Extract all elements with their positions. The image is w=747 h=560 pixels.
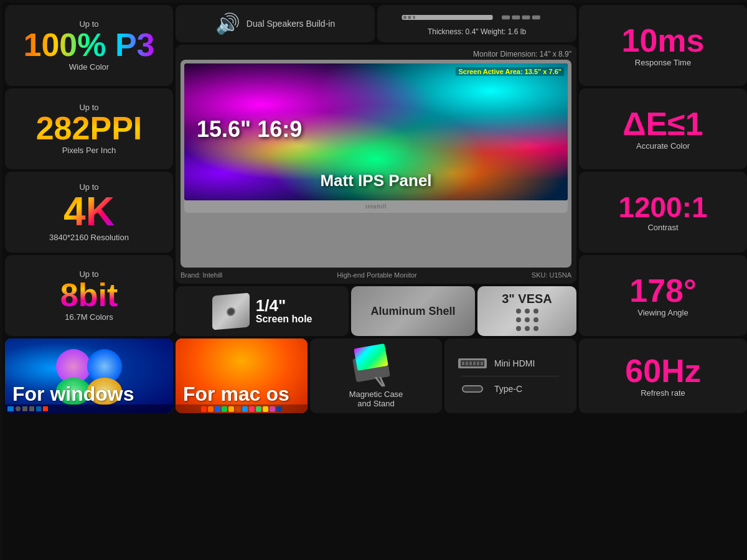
- 4k-cell: Up to 4K 3840*2160 Resolution: [5, 172, 173, 253]
- screen-active-area: Screen Active Area: 13.5" x 7.6": [456, 67, 564, 76]
- speaker-label: Dual Speakers Build-in: [247, 19, 335, 29]
- svg-rect-1: [403, 16, 406, 19]
- svg-rect-4: [502, 16, 510, 19]
- screen-hole-image: [212, 292, 250, 330]
- magnetic-case-cell: Magnetic Case and Stand: [310, 338, 442, 413]
- monitor-chin: Intehill: [184, 200, 568, 213]
- port-divider: [462, 376, 560, 376]
- p3-cell: Up to 100% P3 Wide Color: [5, 5, 173, 86]
- hdmi-icon: [457, 356, 488, 371]
- 4k-sub: 3840*2160 Resolution: [49, 233, 129, 242]
- svg-rect-7: [532, 16, 540, 19]
- hdmi-row: Mini HDMI: [449, 356, 571, 371]
- mac-dock: [176, 404, 308, 413]
- ports-cell: Mini HDMI Type-C: [444, 338, 576, 413]
- 8bit-sub: 16.7M Colors: [65, 312, 113, 322]
- svg-rect-2: [408, 16, 411, 19]
- brand-label: Brand: Intehill: [181, 271, 222, 279]
- thickness-svg: [401, 11, 552, 24]
- monitor-dimension: Monitor Dimension: 14" x 8.9": [473, 50, 571, 58]
- center-area: 🔊 Dual Speakers Build-in Thickness: 0.4"…: [176, 5, 576, 336]
- angle-sub: Viewing Angle: [637, 308, 688, 317]
- vesa-dots: [516, 309, 538, 331]
- hz-cell: 60Hz Refresh rate: [579, 338, 747, 413]
- mac-label: For mac os: [183, 383, 289, 406]
- screen-hole-label: Screen hole: [256, 314, 312, 325]
- speaker-cell: 🔊 Dual Speakers Build-in: [176, 5, 375, 42]
- svg-rect-21: [473, 362, 476, 365]
- svg-rect-23: [481, 362, 483, 365]
- center-accessories-row: 1/4" Screen hole Aluminum Shell 3" VESA: [176, 286, 576, 336]
- main-grid: Up to 100% P3 Wide Color Up to 282PPI Pi…: [2, 2, 747, 560]
- response-cell: 10ms Response Time: [579, 5, 747, 86]
- bottom-row: For windows For mac os: [5, 338, 747, 413]
- svg-rect-20: [469, 362, 472, 365]
- magnetic-label: Magnetic Case and Stand: [349, 390, 403, 408]
- monitor-frame: Screen Active Area: 13.5" x 7.6" 15.6" 1…: [181, 60, 571, 268]
- windows-taskbar: [5, 404, 173, 413]
- svg-rect-6: [522, 16, 530, 19]
- aluminum-cell: Aluminum Shell: [351, 286, 475, 336]
- screen-size-overlay: 15.6" 16:9: [197, 116, 302, 142]
- delta-cell: ΔE≤1 Accurate Color: [579, 88, 747, 169]
- speaker-icon: 🔊: [215, 12, 240, 35]
- angle-value: 178°: [629, 274, 697, 307]
- hz-value: 60Hz: [625, 355, 700, 387]
- hz-sub: Refresh rate: [641, 388, 685, 398]
- svg-rect-5: [512, 16, 520, 19]
- typec-label: Type-C: [494, 384, 522, 394]
- 8bit-cell: Up to 8bit 16.7M Colors: [5, 255, 173, 336]
- svg-rect-22: [477, 362, 479, 365]
- svg-rect-3: [413, 16, 415, 19]
- sku-label: SKU: U15NA: [532, 271, 571, 279]
- svg-rect-25: [463, 386, 482, 391]
- ppi-value: 282PPI: [36, 112, 143, 144]
- for-mac-cell: For mac os: [176, 338, 308, 413]
- response-value: 10ms: [622, 24, 705, 57]
- panel-type-overlay: Matt IPS Panel: [320, 171, 431, 190]
- screen-hole-text: 1/4" Screen hole: [256, 297, 312, 325]
- windows-label: For windows: [12, 383, 134, 406]
- screen-hole-cell: 1/4" Screen hole: [176, 286, 349, 336]
- hdmi-label: Mini HDMI: [494, 358, 535, 368]
- delta-value: ΔE≤1: [622, 108, 703, 140]
- p3-value: 100% P3: [23, 29, 154, 61]
- vesa-cell: 3" VESA: [477, 286, 576, 336]
- thickness-label: Thickness: 0.4" Weight: 1.6 lb: [428, 27, 526, 36]
- monitor-area: Monitor Dimension: 14" x 8.9" Screen Act…: [176, 45, 576, 284]
- svg-rect-0: [402, 15, 493, 20]
- delta-sub: Accurate Color: [636, 141, 690, 151]
- vesa-label: 3" VESA: [502, 292, 552, 306]
- contrast-sub: Contrast: [647, 223, 678, 232]
- svg-rect-19: [466, 362, 468, 365]
- 8bit-value: 8bit: [60, 279, 118, 311]
- screen-hole-size: 1/4": [256, 297, 312, 314]
- ppi-sub: Pixels Per Inch: [62, 146, 116, 155]
- svg-rect-18: [462, 362, 464, 365]
- aluminum-label: Aluminum Shell: [371, 305, 456, 318]
- contrast-value: 1200:1: [618, 193, 707, 222]
- ppi-cell: Up to 282PPI Pixels Per Inch: [5, 88, 173, 169]
- 4k-value: 4K: [63, 192, 115, 231]
- thickness-cell: Thickness: 0.4" Weight: 1.6 lb: [377, 5, 576, 42]
- for-windows-cell: For windows: [5, 338, 173, 413]
- angle-cell: 178° Viewing Angle: [579, 255, 747, 336]
- p3-sub: Wide Color: [69, 62, 109, 72]
- product-label: High-end Portable Monitor: [337, 271, 416, 279]
- typec-row: Type-C: [449, 381, 571, 396]
- monitor-bottom-info: Brand: Intehill High-end Portable Monito…: [181, 271, 571, 279]
- response-sub: Response Time: [635, 58, 691, 67]
- contrast-cell: 1200:1 Contrast: [579, 172, 747, 253]
- typec-icon: [457, 381, 488, 396]
- monitor-screen: Screen Active Area: 13.5" x 7.6" 15.6" 1…: [184, 63, 568, 200]
- magnetic-case-icon: [348, 343, 404, 387]
